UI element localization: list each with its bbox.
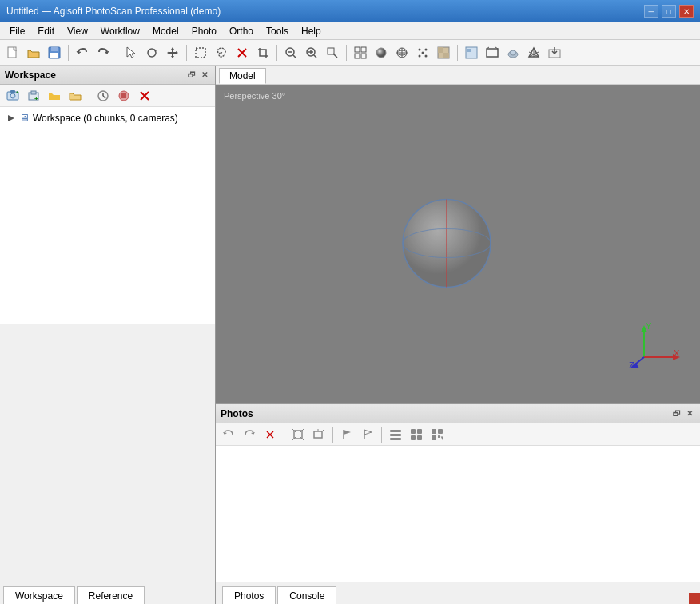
svg-rect-58 — [31, 91, 36, 94]
menu-workflow[interactable]: Workflow — [94, 24, 146, 38]
photos-fit-button[interactable] — [288, 425, 308, 444]
photos-grid-button[interactable] — [407, 425, 426, 444]
photos-panel: Photos 🗗 ✕ — [216, 403, 700, 582]
svg-rect-55 — [10, 90, 15, 93]
points-button[interactable] — [413, 43, 432, 62]
menu-ortho[interactable]: Ortho — [223, 24, 260, 38]
photos-sep1 — [284, 427, 284, 443]
photos-unflag-button[interactable] — [358, 425, 377, 444]
photos-sep3 — [381, 427, 382, 443]
svg-rect-105 — [432, 435, 436, 440]
zoom-out-button[interactable] — [281, 43, 300, 62]
ws-add-chunk-button[interactable]: + — [24, 86, 43, 105]
save-button[interactable] — [45, 43, 64, 62]
photos-rotate-ccw-button[interactable] — [219, 425, 238, 444]
menu-file[interactable]: File — [3, 24, 31, 38]
workspace-panel-header: Workspace 🗗 ✕ — [0, 66, 215, 85]
close-button[interactable]: ✕ — [679, 5, 694, 18]
workspace-title: Workspace — [5, 70, 56, 81]
photos-more-button[interactable]: ▼ — [428, 425, 447, 444]
perspective-label: Perspective 30° — [224, 91, 285, 101]
crop-button[interactable] — [253, 43, 272, 62]
sep6 — [457, 45, 458, 61]
photos-zoom-button[interactable] — [309, 425, 328, 444]
window-title: Untitled — Agisoft PhotoScan Professiona… — [6, 6, 221, 17]
svg-rect-8 — [196, 48, 205, 58]
tab-console[interactable]: Console — [277, 586, 336, 604]
ortho-button[interactable] — [483, 43, 502, 62]
view-button[interactable] — [462, 43, 481, 62]
grid-button[interactable] — [351, 43, 370, 62]
minimize-button[interactable]: ─ — [644, 5, 658, 18]
undo-button[interactable] — [73, 43, 92, 62]
tab-photos[interactable]: Photos — [222, 586, 276, 604]
main-toolbar — [0, 40, 700, 66]
workspace-restore-button[interactable]: 🗗 — [186, 70, 197, 81]
rotate-button[interactable] — [142, 43, 161, 62]
svg-rect-42 — [487, 49, 498, 57]
workspace-toolbar: + + — [0, 85, 215, 107]
photos-sep2 — [332, 427, 333, 443]
dense-cloud-button[interactable] — [503, 43, 523, 62]
open-button[interactable] — [24, 43, 43, 62]
photos-title: Photos — [221, 408, 253, 419]
svg-rect-102 — [417, 435, 422, 440]
texture-button[interactable] — [434, 43, 453, 62]
photos-restore-button[interactable]: 🗗 — [671, 408, 682, 419]
svg-marker-67 — [8, 115, 14, 121]
svg-text:X: X — [674, 348, 680, 358]
rubber-band-button[interactable] — [191, 43, 210, 62]
svg-text:Y: Y — [646, 321, 652, 331]
workspace-header-buttons: 🗗 ✕ — [186, 70, 210, 81]
sep3 — [186, 45, 187, 61]
svg-rect-97 — [390, 434, 401, 436]
maximize-button[interactable]: □ — [662, 5, 676, 18]
svg-point-46 — [510, 50, 516, 55]
export-button[interactable] — [545, 43, 564, 62]
pan-button[interactable] — [163, 43, 182, 62]
menu-model[interactable]: Model — [146, 24, 185, 38]
title-bar: Untitled — Agisoft PhotoScan Professiona… — [0, 0, 700, 22]
mesh-button[interactable] — [524, 43, 543, 62]
menu-help[interactable]: Help — [295, 24, 328, 38]
svg-rect-25 — [361, 54, 366, 58]
select-button[interactable] — [121, 43, 141, 62]
tab-reference[interactable]: Reference — [77, 586, 145, 604]
photos-list-button[interactable] — [386, 425, 405, 444]
svg-rect-103 — [432, 429, 436, 434]
axis-indicator: Y X Z — [628, 321, 684, 372]
workspace-content: 🖥 Workspace (0 chunks, 0 cameras) — [0, 107, 215, 324]
main-layout: Workspace 🗗 ✕ + + — [0, 66, 700, 582]
ws-add-photos-button[interactable]: + — [3, 86, 22, 105]
ws-folder-button[interactable] — [66, 86, 85, 105]
svg-marker-95 — [364, 430, 372, 435]
shading-button[interactable] — [372, 43, 391, 62]
model-viewport[interactable]: Perspective 30° — [216, 85, 700, 403]
workspace-tree-root[interactable]: 🖥 Workspace (0 chunks, 0 cameras) — [3, 110, 212, 125]
ws-clear-button[interactable] — [135, 86, 154, 105]
zoom-region-button[interactable] — [323, 43, 342, 62]
photos-delete-button[interactable] — [261, 425, 280, 444]
sep4 — [276, 45, 277, 61]
photos-close-button[interactable]: ✕ — [684, 408, 695, 419]
menu-tools[interactable]: Tools — [260, 24, 295, 38]
redo-button[interactable] — [93, 43, 113, 62]
wireframe-button[interactable] — [392, 43, 412, 62]
tab-workspace[interactable]: Workspace — [3, 586, 75, 604]
lasso-button[interactable] — [212, 43, 231, 62]
lower-left-panel — [0, 324, 215, 582]
new-button[interactable] — [3, 43, 22, 62]
delete-selection-button[interactable] — [233, 43, 252, 62]
ws-folder-open-button[interactable] — [45, 86, 64, 105]
photos-flag-button[interactable] — [337, 425, 356, 444]
ws-reset-button[interactable] — [93, 86, 113, 105]
photos-rotate-cw-button[interactable] — [240, 425, 259, 444]
zoom-in-button[interactable] — [302, 43, 321, 62]
menu-photo[interactable]: Photo — [185, 24, 223, 38]
menu-edit[interactable]: Edit — [31, 24, 61, 38]
ws-stop-button[interactable] — [114, 86, 133, 105]
workspace-close-button[interactable]: ✕ — [199, 70, 210, 81]
photos-content — [216, 446, 700, 582]
tab-model[interactable]: Model — [219, 68, 266, 84]
menu-view[interactable]: View — [61, 24, 94, 38]
